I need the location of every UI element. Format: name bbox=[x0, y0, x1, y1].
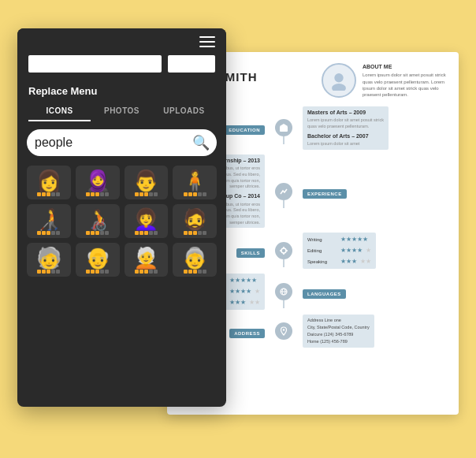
svg-point-12 bbox=[283, 329, 284, 330]
education-center bbox=[271, 119, 296, 136]
input-box-1[interactable] bbox=[28, 55, 162, 73]
icon-8-stars bbox=[184, 231, 206, 235]
icon-cell-10[interactable]: 👴 bbox=[76, 243, 120, 277]
replace-menu-panel: Replace Menu ICONS PHOTOS UPLOADS 🔍 👩 🧕 bbox=[17, 28, 226, 407]
tab-photos[interactable]: PHOTOS bbox=[91, 102, 153, 121]
icon-12-figure: 👵 bbox=[182, 248, 207, 268]
icon-cell-9[interactable]: 🧓 bbox=[27, 243, 71, 277]
tab-uploads[interactable]: UPLOADS bbox=[153, 102, 215, 121]
icons-grid: 👩 🧕 👨 🧍 bbox=[17, 162, 226, 285]
hamburger-line-1 bbox=[199, 36, 215, 38]
resume-avatar bbox=[322, 63, 356, 98]
experience-center bbox=[271, 183, 296, 200]
hamburger-line-3 bbox=[199, 46, 215, 47]
education-icon bbox=[275, 119, 292, 136]
tl-line-1 bbox=[283, 136, 284, 144]
input-row bbox=[17, 55, 226, 79]
address-content: Address Line oneCity, State/Postal Code,… bbox=[307, 317, 370, 344]
skill-3-stars: ★★★ bbox=[340, 257, 357, 266]
icon-1-stars bbox=[37, 192, 60, 196]
skill-1-stars: ★★★★★ bbox=[340, 235, 368, 244]
tab-icons[interactable]: ICONS bbox=[28, 102, 91, 121]
resume-about: ABOUT ME Lorem ipsum dolor sit amet posu… bbox=[363, 63, 449, 99]
icon-4-figure: 🧍 bbox=[182, 170, 207, 191]
hamburger-line-2 bbox=[199, 41, 215, 43]
address-center bbox=[271, 322, 296, 340]
experience-icon bbox=[275, 183, 292, 200]
svg-marker-3 bbox=[280, 124, 288, 126]
experience-right: EXPERIENCE bbox=[296, 184, 449, 199]
icon-5-stars bbox=[37, 231, 60, 235]
icon-12-stars bbox=[184, 270, 206, 274]
lang-2-stars: ★★★★ bbox=[229, 287, 251, 296]
icon-5-figure: 🧑‍🦯 bbox=[36, 209, 61, 229]
experience-label: EXPERIENCE bbox=[303, 189, 347, 199]
icon-3-figure: 👨 bbox=[133, 170, 158, 191]
tl-line-3 bbox=[283, 259, 284, 267]
hamburger-menu[interactable] bbox=[199, 36, 215, 47]
icon-1-figure: 👩 bbox=[36, 170, 61, 191]
lang-2-empty: ★ bbox=[255, 287, 260, 296]
skill-2-stars: ★★★★ bbox=[340, 246, 363, 255]
svg-point-0 bbox=[334, 73, 343, 82]
icon-cell-3[interactable]: 👨 bbox=[125, 166, 169, 199]
input-box-2[interactable] bbox=[168, 55, 215, 73]
education-label: EDUCATION bbox=[224, 125, 265, 135]
icon-11-figure: 🧑‍🦳 bbox=[133, 248, 158, 268]
languages-center bbox=[271, 283, 296, 300]
skill-3-empty: ★★ bbox=[360, 257, 371, 266]
education-entries: Masters of Arts – 2009 Lorem ipsum dolor… bbox=[303, 106, 389, 150]
address-label: ADDRESS bbox=[229, 329, 265, 338]
edu-2-desc: Lorem ipsum dolor sit amet bbox=[307, 141, 384, 147]
svg-point-4 bbox=[281, 248, 286, 253]
search-input[interactable] bbox=[35, 136, 192, 150]
icon-2-stars bbox=[86, 192, 109, 196]
search-icon: 🔍 bbox=[192, 134, 210, 151]
icon-cell-6[interactable]: 🧑‍🦽 bbox=[76, 204, 120, 238]
skill-2-empty: ★ bbox=[366, 246, 371, 255]
svg-rect-2 bbox=[280, 126, 288, 132]
icon-9-figure: 🧓 bbox=[36, 248, 61, 268]
icon-6-figure: 🧑‍🦽 bbox=[85, 209, 110, 229]
address-text: Address Line oneCity, State/Postal Code,… bbox=[303, 315, 374, 347]
skill-3-name: Speaking bbox=[307, 259, 337, 266]
skills-right: Writing ★★★★★ Editing ★★★★★ Speaking ★★★… bbox=[296, 233, 449, 269]
top-bar bbox=[17, 28, 226, 55]
skill-2-name: Editing bbox=[307, 248, 337, 255]
replace-menu-tabs: ICONS PHOTOS UPLOADS bbox=[17, 102, 226, 121]
lang-1-stars: ★★★★★ bbox=[229, 276, 257, 285]
lang-3-stars: ★★★ bbox=[229, 298, 246, 307]
education-right: Masters of Arts – 2009 Lorem ipsum dolor… bbox=[296, 106, 449, 150]
tl-line-2 bbox=[283, 200, 284, 208]
skill-1-name: Writing bbox=[307, 236, 337, 244]
languages-icon bbox=[275, 283, 292, 300]
icon-cell-7[interactable]: 👩‍🦱 bbox=[125, 204, 169, 238]
tl-line-4 bbox=[283, 300, 284, 308]
icon-cell-11[interactable]: 🧑‍🦳 bbox=[125, 243, 169, 277]
edu-1-title: Masters of Arts – 2009 bbox=[307, 109, 384, 117]
icon-4-stars bbox=[184, 192, 206, 196]
icon-8-figure: 🧔 bbox=[182, 209, 207, 229]
icon-7-stars bbox=[135, 231, 158, 235]
icon-2-figure: 🧕 bbox=[85, 170, 110, 191]
about-title: ABOUT ME bbox=[363, 63, 449, 71]
icon-cell-2[interactable]: 🧕 bbox=[76, 166, 120, 199]
skills-entries: Writing ★★★★★ Editing ★★★★★ Speaking ★★★… bbox=[303, 233, 376, 269]
about-text: Lorem ipsum dolor sit amet posuit strick… bbox=[363, 72, 449, 99]
address-icon bbox=[275, 322, 292, 340]
search-bar[interactable]: 🔍 bbox=[27, 129, 217, 156]
icon-cell-8[interactable]: 🧔 bbox=[173, 204, 217, 238]
icon-cell-4[interactable]: 🧍 bbox=[173, 166, 217, 199]
skills-icon bbox=[275, 242, 292, 259]
icon-cell-1[interactable]: 👩 bbox=[27, 166, 71, 199]
edu-2-title: Bachelor of Arts – 2007 bbox=[307, 132, 384, 141]
icon-9-stars bbox=[37, 270, 60, 274]
icon-cell-12[interactable]: 👵 bbox=[173, 243, 217, 277]
icon-cell-5[interactable]: 🧑‍🦯 bbox=[27, 204, 71, 238]
languages-label: LANGUAGES bbox=[303, 289, 346, 299]
icon-6-stars bbox=[86, 231, 109, 235]
lang-3-empty: ★★ bbox=[249, 298, 260, 307]
languages-right: LANGUAGES bbox=[296, 285, 449, 299]
replace-menu-title: Replace Menu bbox=[17, 79, 226, 102]
svg-point-1 bbox=[332, 84, 346, 91]
